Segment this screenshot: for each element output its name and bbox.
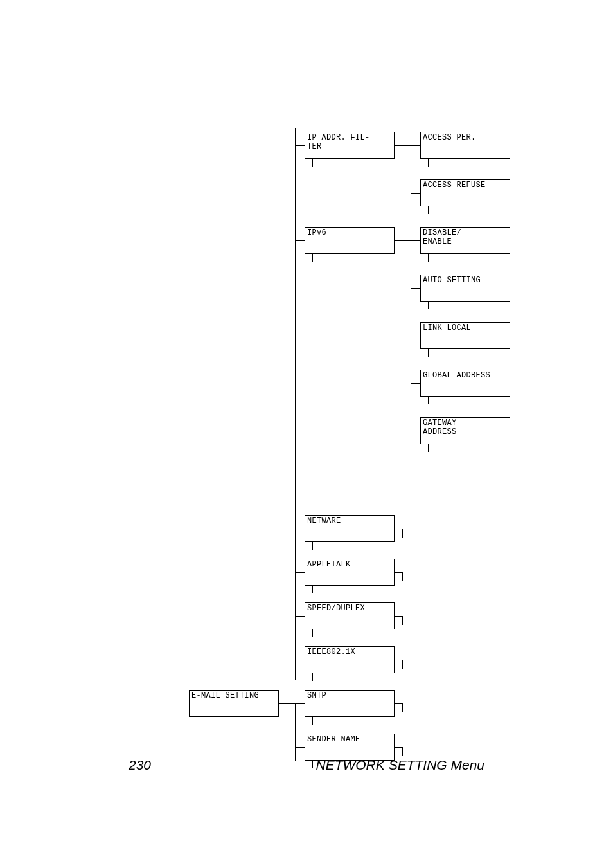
connector-line: [199, 128, 199, 703]
connector-line: [428, 206, 429, 214]
connector-line: [428, 159, 429, 167]
connector-line: [295, 747, 305, 748]
connector-line: [395, 529, 402, 529]
connector-line: [402, 529, 403, 538]
menu-node-speed-duplex: SPEED/DUPLEX: [305, 602, 395, 629]
connector-line: [295, 145, 305, 146]
footer-rule: [129, 752, 484, 752]
menu-node-link-local: LINK LOCAL: [420, 322, 510, 349]
connector-line: [312, 254, 313, 262]
connector-line: [428, 444, 429, 452]
connector-line: [395, 145, 411, 146]
connector-line: [411, 240, 411, 444]
connector-line: [295, 616, 305, 617]
connector-line: [411, 193, 420, 194]
connector-line: [402, 572, 403, 581]
connector-line: [295, 240, 305, 241]
menu-node-appletalk: APPLETALK: [305, 559, 395, 586]
connector-line: [395, 660, 402, 660]
connector-line: [312, 673, 313, 681]
connector-line: [411, 288, 420, 289]
menu-node-global-address: GLOBAL ADDRESS: [420, 370, 510, 397]
connector-line: [295, 703, 305, 704]
menu-node-access-refuse: ACCESS REFUSE: [420, 179, 510, 206]
connector-line: [312, 717, 313, 725]
connector-line: [312, 629, 313, 637]
connector-line: [395, 240, 411, 241]
connector-line: [402, 616, 403, 625]
connector-line: [428, 349, 429, 357]
connector-line: [295, 703, 296, 761]
connector-line: [312, 586, 313, 593]
connector-line: [411, 145, 411, 206]
connector-line: [402, 703, 403, 712]
menu-node-email-setting: E-MAIL SETTING: [189, 690, 279, 717]
page-footer: 230 NETWORK SETTING Menu: [129, 757, 484, 773]
connector-line: [395, 703, 402, 704]
connector-line: [411, 431, 420, 431]
connector-line: [395, 616, 402, 617]
connector-line: [312, 542, 313, 550]
connector-line: [312, 159, 313, 167]
menu-node-ip-addr-filter: IP ADDR. FIL- TER: [305, 132, 395, 159]
connector-line: [295, 572, 305, 573]
menu-tree-diagram: E-MAIL SETTING IP ADDR. FIL- TER IPv6 NE…: [189, 132, 542, 731]
menu-node-netware: NETWARE: [305, 515, 395, 542]
connector-line: [411, 240, 420, 241]
connector-line: [395, 572, 402, 573]
page-number: 230: [129, 757, 151, 773]
menu-node-ipv6: IPv6: [305, 227, 395, 254]
connector-line: [295, 128, 296, 680]
footer-title: NETWORK SETTING Menu: [315, 757, 484, 773]
connector-line: [428, 254, 429, 262]
menu-node-ieee8021x: IEEE802.1X: [305, 646, 395, 673]
menu-node-gateway-address: GATEWAY ADDRESS: [420, 417, 510, 444]
connector-line: [411, 336, 420, 336]
connector-line: [279, 703, 295, 704]
menu-node-disable-enable: DISABLE/ ENABLE: [420, 227, 510, 254]
connector-line: [428, 302, 429, 309]
connector-line: [295, 660, 305, 660]
connector-line: [197, 717, 197, 725]
connector-line: [428, 397, 429, 404]
menu-node-access-per: ACCESS PER.: [420, 132, 510, 159]
page: E-MAIL SETTING IP ADDR. FIL- TER IPv6 NE…: [0, 0, 613, 868]
connector-line: [395, 747, 402, 748]
connector-line: [411, 383, 420, 384]
menu-node-sender-name: SENDER NAME: [305, 734, 395, 761]
menu-node-auto-setting: AUTO SETTING: [420, 275, 510, 302]
menu-node-smtp: SMTP: [305, 690, 395, 717]
connector-line: [411, 145, 420, 146]
connector-line: [402, 660, 403, 669]
connector-line: [295, 529, 305, 529]
